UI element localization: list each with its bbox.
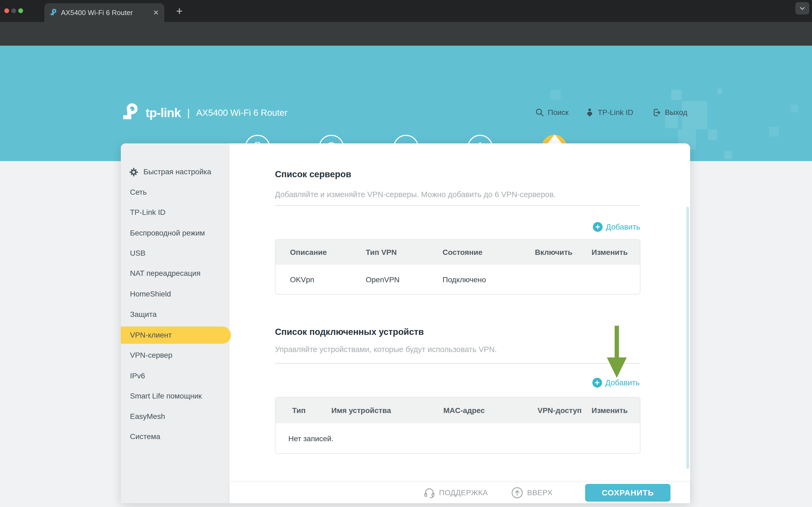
sidebar-item-quick-setup[interactable]: Быстрая настройка — [121, 163, 230, 180]
settings-panel: Быстрая настройка Сеть TP-Link ID Беспро… — [121, 144, 690, 503]
add-server-label: Добавить — [606, 223, 640, 231]
up-label: ВВЕРХ — [527, 489, 553, 497]
sidebar-item-tplink-id[interactable]: TP-Link ID — [121, 204, 230, 221]
browser-tab[interactable]: AX5400 Wi-Fi 6 Router ✕ — [44, 3, 164, 22]
device-table: Тип Имя устройства MAC-адрес VPN-доступ … — [275, 397, 640, 454]
empty-table-message: Нет записей. — [288, 435, 334, 443]
panel-pointer-triangle — [547, 134, 562, 144]
tplink-id-button[interactable]: TP-Link ID — [585, 106, 633, 119]
column-header-modify: Изменить — [591, 406, 628, 415]
column-header-type: Тип — [292, 406, 305, 415]
sidebar: Быстрая настройка Сеть TP-Link ID Беспро… — [121, 144, 230, 503]
logout-button[interactable]: Выход — [652, 106, 687, 119]
sidebar-item-vpn-client[interactable]: VPN-клиент — [121, 327, 231, 344]
sidebar-item-wireless[interactable]: Беспроводной режим — [121, 225, 230, 242]
column-header-vpn-type: Тип VPN — [366, 248, 397, 257]
support-button[interactable]: ПОДДЕРЖКА — [423, 482, 488, 503]
router-model-title: AX5400 Wi-Fi 6 Router — [196, 108, 287, 118]
column-header-device-name: Имя устройства — [331, 406, 391, 415]
server-list-description: Добавляйте и изменяйте VPN-серверы. Можн… — [275, 190, 556, 199]
tplink-favicon — [49, 8, 58, 17]
search-icon — [535, 108, 544, 117]
sidebar-item-usb[interactable]: USB — [121, 245, 230, 262]
sidebar-item-system[interactable]: Система — [121, 428, 230, 445]
sidebar-item-security[interactable]: Защита — [121, 306, 230, 323]
device-table-header: Тип Имя устройства MAC-адрес VPN-доступ … — [276, 397, 640, 423]
chevron-down-icon — [799, 5, 806, 12]
sidebar-item-homeshield[interactable]: HomeShield — [121, 285, 230, 303]
cell-vpn-type: OpenVPN — [366, 276, 400, 284]
column-header-enable: Включить — [535, 248, 573, 257]
sidebar-item-smart-life[interactable]: Smart Life помощник — [121, 388, 230, 405]
green-arrow-annotation — [615, 326, 619, 358]
deco-square — [671, 90, 682, 100]
support-label: ПОДДЕРЖКА — [439, 489, 488, 497]
logout-icon — [652, 108, 661, 117]
tab-close-icon[interactable]: ✕ — [151, 8, 161, 17]
deco-square — [769, 127, 779, 136]
plus-circle-icon — [592, 378, 602, 388]
deco-square — [708, 129, 717, 140]
headset-icon — [423, 487, 435, 499]
brand-row: tp-link | AX5400 Wi-Fi 6 Router — [121, 102, 287, 123]
sidebar-item-nat-forwarding[interactable]: NAT переадресация — [121, 265, 230, 282]
logout-label: Выход — [665, 108, 687, 117]
tplink-logo-icon — [121, 102, 140, 123]
server-table-row: OKVpn OpenVPN Подключено ? — [276, 265, 640, 294]
panel-scrollbar[interactable] — [686, 207, 689, 469]
sidebar-item-ipv6[interactable]: IPv6 — [121, 368, 230, 385]
search-button[interactable]: Поиск — [535, 106, 569, 119]
sidebar-item-easymesh[interactable]: EasyMesh — [121, 408, 230, 425]
server-table-header: Описание Тип VPN Состояние Включить Изме… — [276, 240, 640, 265]
sidebar-item-vpn-server[interactable]: VPN-сервер — [121, 347, 230, 364]
panel-footer: ПОДДЕРЖКА ВВЕРХ СОХРАНИТЬ — [230, 482, 690, 503]
scroll-to-top-button[interactable]: ВВЕРХ — [511, 482, 553, 503]
deco-square — [791, 105, 798, 112]
cell-description: OKVpn — [290, 276, 314, 284]
add-server-button[interactable]: Добавить — [593, 222, 640, 232]
add-device-label: Добавить — [605, 378, 640, 387]
add-device-button[interactable]: Добавить — [592, 378, 640, 388]
browser-tab-strip: AX5400 Wi-Fi 6 Router ✕ + — [0, 0, 812, 22]
server-list-title: Список серверов — [275, 169, 351, 179]
tplink-id-label: TP-Link ID — [598, 108, 633, 117]
zoom-window-button[interactable] — [18, 8, 23, 13]
screen: AX5400 Wi-Fi 6 Router ✕ + Not Secure tpl… — [0, 0, 812, 507]
new-tab-button[interactable]: + — [172, 4, 187, 19]
device-list-title: Список подключенных устройств — [275, 327, 424, 337]
column-header-status: Состояние — [443, 248, 482, 257]
column-header-mac: MAC-адрес — [443, 406, 485, 415]
search-label: Поиск — [548, 108, 569, 117]
column-header-description: Описание — [290, 248, 327, 257]
device-table-empty-row: Нет записей. — [276, 423, 640, 453]
brand-divider: | — [186, 107, 191, 119]
close-window-button[interactable] — [4, 8, 9, 13]
tab-title: AX5400 Wi-Fi 6 Router — [61, 3, 133, 22]
minimize-window-button[interactable] — [11, 8, 16, 13]
divider — [275, 205, 640, 206]
cell-status: Подключено — [443, 276, 486, 284]
arrow-up-circle-icon — [511, 487, 523, 499]
tab-search-chevron-button[interactable] — [795, 2, 809, 14]
column-header-modify: Изменить — [591, 248, 628, 257]
deco-square — [724, 151, 732, 159]
deco-square — [550, 90, 561, 100]
device-list-description: Управляйте устройствами, которые будут и… — [275, 345, 497, 354]
sidebar-item-network[interactable]: Сеть — [121, 184, 230, 201]
brand-name: tp-link — [146, 106, 181, 120]
divider — [275, 363, 640, 363]
browser-toolbar: Not Secure tplinkwifi.net/webpages/index… — [0, 22, 812, 46]
plus-circle-icon — [593, 222, 602, 232]
save-button[interactable]: СОХРАНИТЬ — [585, 484, 671, 502]
column-header-vpn-access: VPN-доступ — [537, 406, 582, 415]
server-table: Описание Тип VPN Состояние Включить Изме… — [275, 239, 640, 295]
person-icon — [585, 108, 594, 117]
deco-square — [717, 89, 722, 94]
green-arrow-head — [607, 357, 627, 378]
